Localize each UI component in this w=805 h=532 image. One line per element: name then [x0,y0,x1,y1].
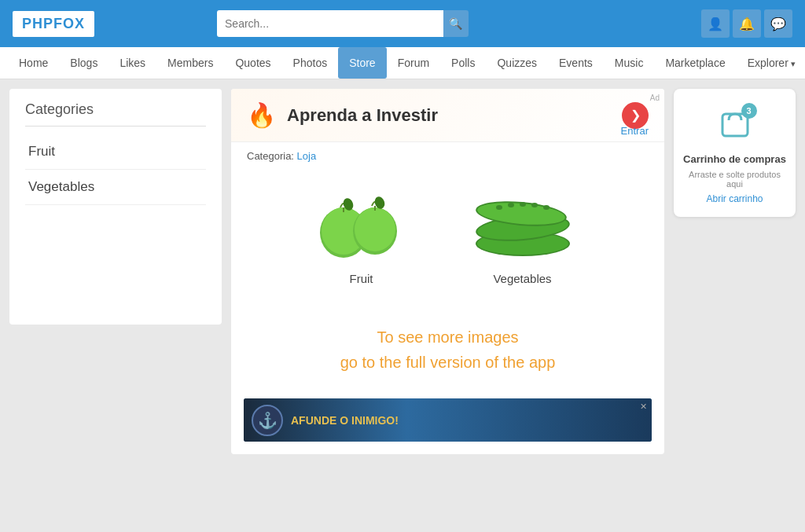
veg-image [460,185,586,264]
ad-banner-top: 🔥 Aprenda a Investir ❯ Entrar Ad [231,89,664,142]
cart-title: Carrinho de compras [683,153,786,165]
nav-quotes[interactable]: Quotes [224,47,281,79]
nav-likes[interactable]: Likes [108,47,156,79]
ad-flame-icon: 🔥 [247,101,276,129]
ad-label: Ad [650,94,660,102]
cart-subtitle: Arraste e solte produtos aqui [683,170,786,189]
nav-home[interactable]: Home [8,47,59,79]
product-fruit[interactable]: Fruit [311,185,413,285]
cart-open-link[interactable]: Abrir carrinho [706,193,763,204]
more-images-line1: To see more images [239,325,656,350]
ad-title: Aprenda a Investir [287,105,438,126]
sidebar: Categories Fruit Vegetables [9,89,222,325]
header: PHPFOX 🔍 👤 🔔 💬 [0,0,805,47]
nav-explorer[interactable]: Explorer [737,47,805,79]
ad-bottom-ship-content: ⚓ AFUNDE O INIMIGO! [244,398,652,442]
nav-photos[interactable]: Photos [282,47,339,79]
svg-point-15 [508,203,514,207]
nav-forum[interactable]: Forum [387,47,440,79]
svg-point-18 [543,205,550,210]
cart-badge: 3 [741,103,757,119]
svg-rect-19 [722,114,748,136]
search-bar: 🔍 [217,10,469,37]
vegetables-label: Vegetables [493,272,551,285]
ad-entrar-link[interactable]: Entrar [621,125,649,137]
nav-polls[interactable]: Polls [440,47,486,79]
content-area: 🔥 Aprenda a Investir ❯ Entrar Ad Categor… [231,89,664,454]
logo: PHPFOX [13,11,94,37]
main-nav: Home Blogs Likes Members Quotes Photos S… [0,47,805,79]
header-icons: 👤 🔔 💬 [701,9,792,38]
svg-point-5 [355,207,395,251]
svg-point-14 [496,205,502,210]
more-images-text: To see more images go to the full versio… [231,309,664,398]
product-grid: Fruit [231,170,664,309]
category-label: Categoria: Loja [231,142,664,170]
search-button[interactable]: 🔍 [443,10,469,37]
ad-bottom-slogan: AFUNDE O INIMIGO! [291,414,399,427]
ship-badge-icon: ⚓ [252,405,283,436]
category-text: Categoria: [247,150,294,162]
user-icon-button[interactable]: 👤 [701,9,730,38]
main-layout: Categories Fruit Vegetables 🔥 Aprenda a … [0,79,805,464]
ad-bottom-close[interactable]: ✕ [640,402,647,412]
svg-point-17 [531,203,538,207]
fruit-image [311,185,413,264]
fruit-label: Fruit [350,272,373,285]
product-vegetables[interactable]: Vegetables [460,185,586,285]
sidebar-title: Categories [25,101,206,127]
nav-quizzes[interactable]: Quizzes [486,47,548,79]
sidebar-item-vegetables[interactable]: Vegetables [25,170,206,205]
nav-marketplace[interactable]: Marketplace [654,47,736,79]
ad-banner-bottom: ⚓ AFUNDE O INIMIGO! ✕ [244,398,652,442]
more-images-line2: go to the full version of the app [239,350,656,375]
message-icon-button[interactable]: 💬 [764,9,792,38]
nav-music[interactable]: Music [604,47,655,79]
nav-blogs[interactable]: Blogs [59,47,108,79]
sidebar-item-fruit[interactable]: Fruit [25,134,206,170]
nav-events[interactable]: Events [548,47,604,79]
category-link[interactable]: Loja [297,150,317,162]
svg-point-16 [520,202,526,207]
nav-store[interactable]: Store [338,47,386,79]
search-input[interactable] [217,10,443,37]
cart-widget: 3 Carrinho de compras Arraste e solte pr… [674,89,796,217]
cart-icon-wrap: 3 [711,101,759,149]
nav-members[interactable]: Members [156,47,224,79]
notification-icon-button[interactable]: 🔔 [733,9,761,38]
